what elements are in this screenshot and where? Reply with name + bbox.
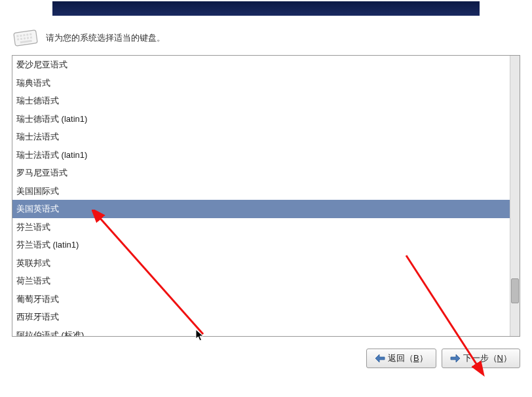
keyboard-list: 爱沙尼亚语式瑞典语式瑞士德语式瑞士德语式 (latin1)瑞士法语式瑞士法语式 …: [12, 55, 520, 337]
list-item[interactable]: 罗马尼亚语式: [12, 164, 510, 182]
list-item[interactable]: 芬兰语式 (latin1): [12, 236, 510, 254]
list-item[interactable]: 美国国际式: [12, 182, 510, 200]
list-item[interactable]: 瑞士法语式 (latin1): [12, 146, 510, 164]
scrollbar[interactable]: [510, 56, 520, 336]
svg-rect-3: [23, 34, 25, 36]
prompt-row: 请为您的系统选择适当的键盘。: [12, 28, 520, 48]
arrow-left-icon: [375, 354, 385, 363]
next-label: 下一步（N）: [463, 352, 512, 364]
list-item[interactable]: 瑞典语式: [12, 74, 510, 92]
svg-rect-6: [17, 38, 19, 40]
svg-rect-7: [20, 38, 22, 40]
list-item[interactable]: 英联邦式: [12, 254, 510, 273]
arrow-right-icon: [450, 354, 461, 363]
header-bar: [52, 1, 480, 16]
list-item[interactable]: 瑞士法语式: [12, 128, 510, 146]
list-item[interactable]: 葡萄牙语式: [12, 290, 510, 309]
list-item[interactable]: 美国英语式: [12, 200, 510, 218]
list-item[interactable]: 芬兰语式: [12, 218, 510, 236]
svg-rect-10: [30, 37, 32, 39]
next-button[interactable]: 下一步（N）: [442, 349, 520, 368]
back-button[interactable]: 返回（B）: [366, 349, 436, 368]
list-item[interactable]: 瑞士德语式: [12, 92, 510, 110]
button-row: 返回（B） 下一步（N）: [12, 349, 520, 368]
svg-rect-2: [20, 35, 22, 37]
svg-rect-1: [16, 35, 18, 37]
list-item[interactable]: 荷兰语式: [12, 272, 510, 290]
list-item[interactable]: 阿拉伯语式 (标准): [12, 326, 510, 337]
prompt-text: 请为您的系统选择适当的键盘。: [46, 32, 165, 44]
list-item[interactable]: 瑞士德语式 (latin1): [12, 110, 510, 128]
scrollbar-thumb[interactable]: [511, 278, 519, 303]
svg-rect-9: [27, 37, 29, 39]
svg-rect-5: [29, 33, 31, 35]
keyboard-icon: [12, 28, 39, 48]
back-label: 返回（B）: [388, 352, 428, 364]
svg-rect-8: [24, 37, 26, 39]
list-items[interactable]: 爱沙尼亚语式瑞典语式瑞士德语式瑞士德语式 (latin1)瑞士法语式瑞士法语式 …: [12, 56, 510, 336]
svg-rect-4: [26, 33, 28, 35]
list-item[interactable]: 爱沙尼亚语式: [12, 56, 510, 74]
list-item[interactable]: 西班牙语式: [12, 308, 510, 326]
